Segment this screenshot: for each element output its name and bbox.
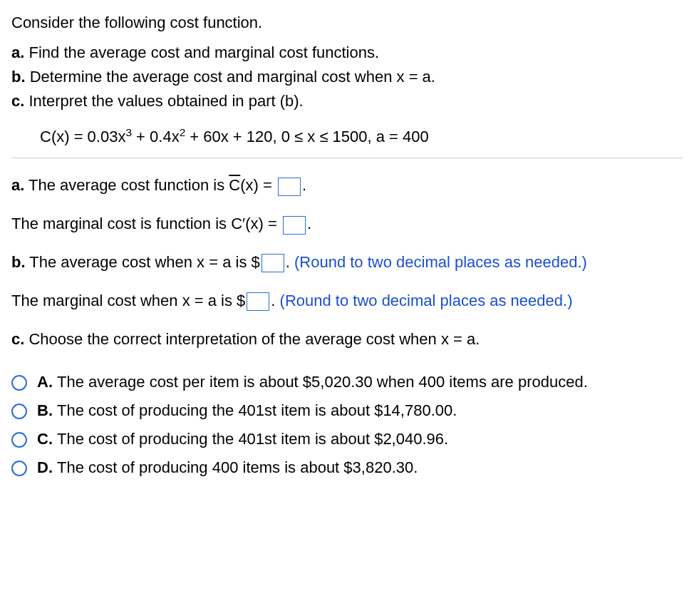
part-a-label: a. — [11, 43, 24, 61]
choice-a-row[interactable]: A. The average cost per item is about $5… — [11, 371, 683, 394]
choice-d-letter: D. — [37, 456, 57, 479]
formula-exp1: 3 — [125, 125, 132, 138]
choice-a-letter: A. — [37, 371, 57, 394]
answer-a-marginal: The marginal cost is function is C′(x) =… — [11, 212, 683, 235]
choice-b-letter: B. — [37, 399, 57, 422]
part-a-text: Find the average cost and marginal cost … — [29, 43, 379, 61]
choices-group: A. The average cost per item is about $5… — [11, 371, 683, 479]
choice-d-row[interactable]: D. The cost of producing 400 items is ab… — [11, 456, 683, 479]
formula-exp2: 2 — [180, 125, 186, 138]
answer-a-label: a. — [11, 176, 24, 194]
choice-a-text: The average cost per item is about $5,02… — [57, 371, 683, 394]
cost-function-formula: C(x) = 0.03x3 + 0.4x2 + 60x + 120, 0 ≤ x… — [40, 125, 683, 148]
input-marginal-cost-function[interactable] — [283, 216, 306, 235]
answer-b-label: b. — [11, 253, 26, 271]
radio-a[interactable] — [11, 375, 27, 391]
formula-mid1: + 0.4x — [132, 128, 180, 145]
answer-c-label: c. — [11, 330, 24, 348]
answer-c-prompt: c. Choose the correct interpretation of … — [11, 328, 683, 351]
input-avg-cost-value[interactable] — [261, 254, 284, 272]
divider — [11, 158, 683, 158]
answer-b-average: b. The average cost when x = a is $. (Ro… — [11, 251, 683, 274]
part-c-text: Interpret the values obtained in part (b… — [29, 92, 303, 110]
part-c-label: c. — [11, 92, 24, 110]
answer-b-marg-pre: The marginal cost when x = a is $ — [11, 292, 245, 309]
formula-rest: + 60x + 120, 0 ≤ x ≤ 1500, a = 400 — [185, 128, 429, 145]
input-marginal-cost-value[interactable] — [247, 292, 269, 311]
choice-b-row[interactable]: B. The cost of producing the 401st item … — [11, 399, 683, 422]
answer-b-avg-hint: (Round to two decimal places as needed.) — [294, 253, 587, 271]
choice-b-text: The cost of producing the 401st item is … — [57, 399, 683, 422]
answer-b-avg-pre: The average cost when x = a is $ — [29, 253, 259, 271]
radio-b[interactable] — [11, 404, 27, 419]
part-b-text: Determine the average cost and marginal … — [30, 68, 435, 86]
radio-d[interactable] — [11, 461, 27, 476]
answer-a-marg-text: The marginal cost is function is C′(x) = — [11, 215, 281, 232]
choice-c-letter: C. — [37, 428, 57, 451]
answer-b-marg-hint: (Round to two decimal places as needed.) — [280, 292, 573, 309]
choice-d-text: The cost of producing 400 items is about… — [57, 456, 683, 479]
answer-b-marginal: The marginal cost when x = a is $. (Roun… — [11, 289, 683, 312]
answer-a-avg-post: (x) = — [240, 176, 276, 194]
c-bar: C — [229, 176, 240, 194]
choice-c-text: The cost of producing the 401st item is … — [57, 428, 683, 451]
part-b-label: b. — [11, 68, 26, 86]
formula-lhs: C(x) = 0.03x — [40, 128, 125, 145]
answer-a-avg-pre: The average cost function is — [29, 176, 229, 194]
question-intro: Consider the following cost function. — [11, 11, 683, 34]
radio-c[interactable] — [11, 432, 27, 448]
answer-c-text: Choose the correct interpretation of the… — [29, 330, 480, 348]
choice-c-row[interactable]: C. The cost of producing the 401st item … — [11, 428, 683, 451]
input-avg-cost-function[interactable] — [278, 178, 301, 196]
question-subparts: a. Find the average cost and marginal co… — [11, 41, 683, 113]
answer-a-average: a. The average cost function is C(x) = . — [11, 174, 683, 197]
